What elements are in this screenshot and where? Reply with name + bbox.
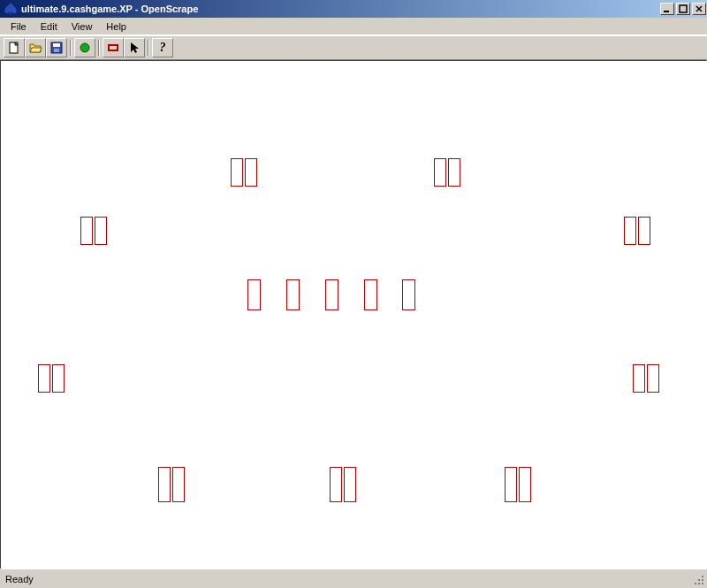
window-control-group (658, 3, 707, 15)
menu-view[interactable]: View (65, 19, 100, 34)
help-button[interactable]: ? (152, 38, 173, 57)
svg-rect-0 (664, 11, 669, 12)
region-tool-button[interactable] (103, 38, 124, 57)
save-button[interactable] (46, 38, 67, 57)
seat-4-card-left[interactable] (38, 364, 50, 393)
toolbar-separator-2 (95, 38, 103, 57)
window-title: ultimate.9.cashgame.XP - OpenScrape (21, 4, 658, 14)
menu-edit[interactable]: Edit (34, 19, 65, 34)
seat-8-card-right[interactable] (519, 467, 531, 502)
resize-grip-icon[interactable] (693, 574, 705, 586)
seat-7-card-left[interactable] (330, 467, 342, 502)
board-card-4[interactable] (402, 279, 415, 310)
menu-bar: File Edit View Help (0, 18, 707, 35)
svg-point-8 (80, 43, 89, 52)
toolbar-separator-1 (67, 38, 74, 57)
status-text: Ready (5, 574, 34, 584)
close-button[interactable] (692, 3, 706, 15)
seat-3-card-right[interactable] (638, 217, 650, 245)
seat-2-card-right[interactable] (95, 217, 107, 245)
seat-6-card-left[interactable] (158, 467, 171, 502)
board-card-0[interactable] (247, 279, 261, 310)
seat-1-card-right[interactable] (448, 158, 460, 187)
seat-4-card-right[interactable] (52, 364, 65, 393)
board-card-1[interactable] (286, 279, 300, 310)
svg-rect-12 (702, 579, 703, 581)
title-bar: ultimate.9.cashgame.XP - OpenScrape (0, 0, 707, 18)
menu-file[interactable]: File (4, 19, 34, 34)
seat-0-card-left[interactable] (231, 158, 243, 187)
select-button[interactable] (124, 38, 145, 57)
seat-8-card-left[interactable] (505, 467, 517, 502)
seat-7-card-right[interactable] (344, 467, 356, 502)
open-file-button[interactable] (25, 38, 46, 57)
svg-rect-13 (695, 583, 696, 584)
status-bar: Ready (0, 569, 707, 588)
seat-6-card-right[interactable] (172, 467, 185, 502)
svg-rect-9 (109, 45, 118, 50)
canvas[interactable] (1, 61, 706, 569)
app-spade-icon (4, 2, 18, 16)
svg-rect-7 (54, 49, 59, 52)
refresh-button[interactable] (74, 38, 95, 57)
client-area (0, 60, 707, 569)
board-card-2[interactable] (325, 279, 338, 310)
svg-rect-14 (698, 579, 700, 581)
toolbar-separator-3 (145, 38, 152, 57)
seat-0-card-right[interactable] (245, 158, 257, 187)
svg-rect-6 (53, 43, 60, 47)
seat-2-card-left[interactable] (80, 217, 93, 245)
svg-rect-15 (702, 576, 703, 577)
maximize-button[interactable] (676, 3, 690, 15)
svg-rect-11 (698, 583, 700, 584)
new-file-button[interactable] (4, 38, 25, 57)
menu-help[interactable]: Help (99, 19, 133, 34)
minimize-button[interactable] (660, 3, 674, 15)
seat-5-card-left[interactable] (633, 364, 645, 393)
svg-rect-10 (702, 583, 703, 584)
seat-3-card-left[interactable] (624, 217, 636, 245)
toolbar: ? (0, 35, 707, 60)
seat-1-card-left[interactable] (434, 158, 446, 187)
board-card-3[interactable] (364, 279, 377, 310)
svg-rect-1 (680, 5, 687, 12)
help-icon: ? (160, 41, 166, 55)
seat-5-card-right[interactable] (647, 364, 659, 393)
